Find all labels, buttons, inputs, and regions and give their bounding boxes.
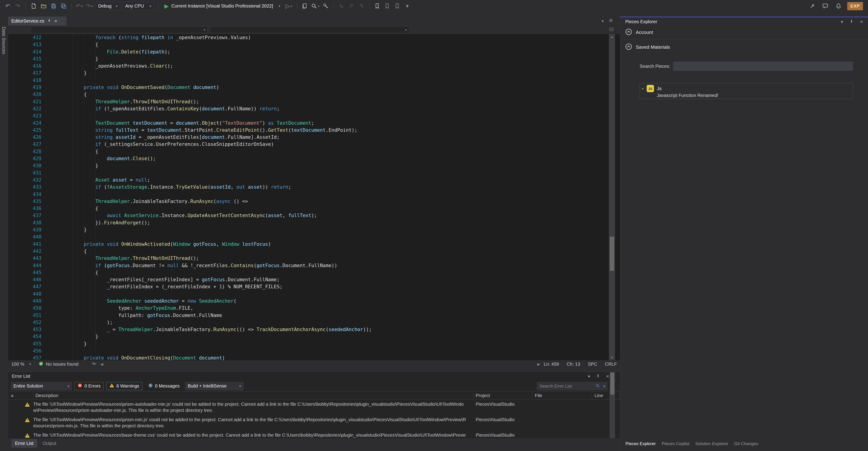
code-line[interactable]: { xyxy=(61,205,620,212)
code-line[interactable]: } xyxy=(61,162,620,169)
editor-vertical-scrollbar[interactable]: ▲ ▼ xyxy=(609,34,615,360)
code-line[interactable]: fullpath: gotFocus.Document.FullName xyxy=(61,312,620,319)
nav-back-icon[interactable]: ↶ xyxy=(3,2,12,11)
split-window-icon[interactable] xyxy=(609,27,614,33)
panel-tab-error-list[interactable]: Error List xyxy=(11,439,37,448)
code-line[interactable]: if (gotFocus.Document != null && !_recen… xyxy=(61,262,620,269)
tab-list-chevron-icon[interactable]: ▾ xyxy=(601,19,603,24)
member-dropdown[interactable]: ▾ xyxy=(210,26,409,33)
column-header-line[interactable]: Line xyxy=(592,392,620,399)
column-header-description[interactable]: Description xyxy=(33,392,473,399)
data-sources-tab[interactable]: Data Sources xyxy=(1,27,6,54)
chevron-down-icon[interactable]: ▾ xyxy=(603,384,605,388)
step-out-icon[interactable]: ↰ xyxy=(357,2,366,11)
panel-tab-pieces-copilot[interactable]: Pieces Copilot xyxy=(659,440,692,447)
code-line[interactable]: }).FireAndForget(); xyxy=(61,219,620,226)
code-line[interactable]: type: AnchorTypeEnum.FILE, xyxy=(61,305,620,312)
code-line[interactable]: { xyxy=(61,41,620,48)
find-icon[interactable]: ▾ xyxy=(310,2,320,11)
code-line[interactable]: { xyxy=(61,269,620,276)
exp-badge[interactable]: EXP xyxy=(847,2,863,10)
panel-tab-solution-explorer[interactable]: Solution Explorer xyxy=(693,440,731,447)
code-line[interactable]: { xyxy=(61,91,620,98)
nav-forward-icon[interactable]: ↷ xyxy=(13,2,22,11)
solution-explorer-icon[interactable] xyxy=(300,2,309,11)
code-line[interactable]: ); xyxy=(61,319,620,326)
search-pieces-input[interactable] xyxy=(673,62,853,71)
code-line[interactable] xyxy=(61,77,620,84)
code-line[interactable]: private void OnDocumentClosing(Document … xyxy=(61,355,620,360)
start-debugging-button[interactable]: ▶Current Instance [Visual Studio Profess… xyxy=(161,2,283,11)
build-intellisense-dropdown[interactable]: Build + IntelliSense▾ xyxy=(185,382,243,390)
code-line[interactable]: _openAssetPreviews.Clear(); xyxy=(61,63,620,70)
code-line[interactable]: TextDocument textDocument = document.Obj… xyxy=(61,120,620,127)
severity-column-header[interactable] xyxy=(8,392,33,399)
close-icon[interactable]: × xyxy=(860,19,863,25)
code-line[interactable] xyxy=(61,291,620,298)
configuration-dropdown[interactable]: Debug▾ xyxy=(96,2,120,10)
code-line[interactable] xyxy=(61,191,620,198)
error-list-scrollbar[interactable] xyxy=(610,372,615,438)
code-line[interactable]: ThreadHelper.JoinableTaskFactory.RunAsyn… xyxy=(61,198,620,205)
panel-tab-output[interactable]: Output xyxy=(39,439,60,448)
save-icon[interactable] xyxy=(49,2,58,11)
zoom-control[interactable]: 100 % ▾ xyxy=(11,361,31,367)
scope-dropdown[interactable]: Entire Solution▾ xyxy=(11,382,72,390)
scrollbar-thumb[interactable] xyxy=(610,237,614,271)
new-file-icon[interactable] xyxy=(29,2,38,11)
saved-materials-section-header[interactable]: Saved Materials xyxy=(620,42,868,52)
panel-tab-git-changes[interactable]: Git Changes xyxy=(732,440,761,447)
error-row[interactable]: The file 'UI\ToolWindow\Preview\Resource… xyxy=(8,399,620,415)
bookmark-menu-icon[interactable]: ▾ xyxy=(403,2,412,11)
window-menu-chevron-icon[interactable]: ▾ xyxy=(588,374,590,379)
code-editor[interactable]: 4124134144154164174184194204214224234244… xyxy=(8,34,620,360)
error-row[interactable]: The file 'UI\ToolWindow\Preview\Resource… xyxy=(8,430,620,438)
warnings-filter-button[interactable]: 6 Warnings xyxy=(106,382,142,390)
feedback-icon[interactable] xyxy=(821,2,830,11)
messages-filter-button[interactable]: 0 Messages xyxy=(145,382,183,390)
hscroll-left-icon[interactable]: ◀ xyxy=(100,362,103,366)
code-line[interactable]: if (!_openAssetEditFiles.ContainsKey(doc… xyxy=(61,105,620,112)
scrollbar-thumb[interactable] xyxy=(610,373,614,394)
code-line[interactable]: document.Close(); xyxy=(61,155,620,162)
code-line[interactable]: _ = ThreadHelper.JoinableTaskFactory.Run… xyxy=(61,326,620,333)
code-line[interactable]: private void OnWindowActivated(Window go… xyxy=(61,241,620,248)
column-header-file[interactable]: File xyxy=(533,392,592,399)
save-all-icon[interactable] xyxy=(59,2,68,11)
code-line[interactable] xyxy=(61,233,620,240)
notifications-icon[interactable] xyxy=(834,2,843,11)
share-icon[interactable]: ↗ xyxy=(808,2,817,11)
code-line[interactable]: if (!AssetsStorage.Instance.TryGetValue(… xyxy=(61,184,620,191)
code-line[interactable]: { xyxy=(61,248,620,255)
code-line[interactable]: ThreadHelper.ThrowIfNotOnUIThread(); xyxy=(61,255,620,262)
start-without-debugging-icon[interactable]: ▷▾ xyxy=(284,2,293,11)
properties-icon[interactable] xyxy=(321,2,331,11)
next-bookmark-icon[interactable] xyxy=(393,2,402,11)
code-line[interactable]: if (_settingsService.UserPreferences.Clo… xyxy=(61,141,620,148)
scroll-down-icon[interactable]: ▼ xyxy=(609,356,615,359)
code-line[interactable]: } xyxy=(61,56,620,63)
error-row[interactable]: The file 'UI\ToolWindow\Preview\Resource… xyxy=(8,415,620,430)
redo-icon[interactable]: ↷▾ xyxy=(85,2,94,11)
code-line[interactable]: SeededAnchor seededAnchor = new SeededAn… xyxy=(61,298,620,305)
panel-tab-pieces-explorer[interactable]: Pieces Explorer xyxy=(623,440,658,447)
pin-icon[interactable] xyxy=(596,374,600,379)
panel-splitter[interactable] xyxy=(8,368,620,372)
code-line[interactable]: foreach (string filepath in _openAssetPr… xyxy=(61,34,620,41)
code-health-icon[interactable] xyxy=(91,361,97,367)
code-line[interactable] xyxy=(61,112,620,120)
code-line[interactable] xyxy=(61,348,620,355)
code-line[interactable]: { xyxy=(61,148,620,155)
saved-material-item[interactable]: ▸ JS Js Javascript Function Renamed! xyxy=(640,83,853,99)
open-folder-icon[interactable] xyxy=(39,2,48,11)
undo-icon[interactable]: ↶▾ xyxy=(75,2,84,11)
bookmark-icon[interactable] xyxy=(373,2,382,11)
code-line[interactable]: _recentFiles[_recentFileIndex] = gotFocu… xyxy=(61,276,620,283)
errors-filter-button[interactable]: 0 Errors xyxy=(74,382,103,390)
step-over-icon[interactable]: ↱ xyxy=(347,2,356,11)
pin-icon[interactable] xyxy=(47,19,51,24)
error-list-search-box[interactable]: ▾ xyxy=(537,382,607,390)
code-line[interactable]: ThreadHelper.ThrowIfNotOnUIThread(); xyxy=(61,98,620,105)
code-line[interactable]: } xyxy=(61,333,620,340)
code-line[interactable]: string fullText = textDocument.StartPoin… xyxy=(61,127,620,134)
